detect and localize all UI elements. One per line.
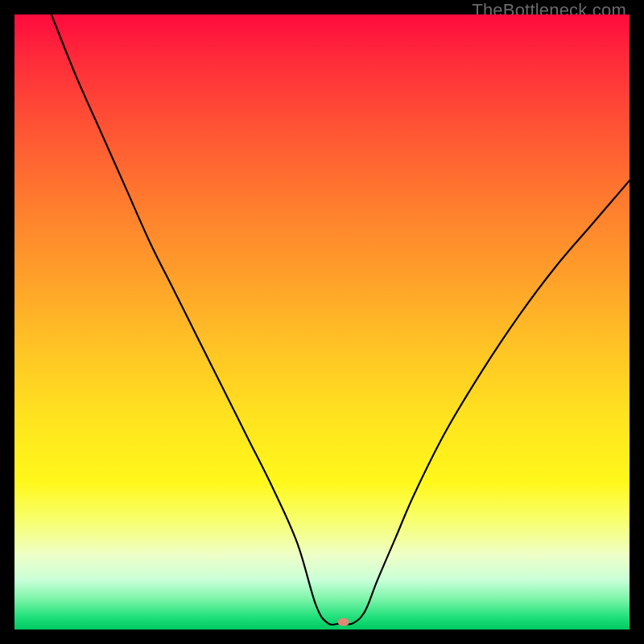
- plot-area: [14, 14, 630, 630]
- frame-border-bottom: [0, 630, 644, 644]
- curve-layer: [14, 14, 630, 630]
- chart-frame: TheBottleneck.com: [0, 0, 644, 644]
- minimum-marker: [338, 618, 349, 626]
- bottleneck-curve: [52, 14, 630, 625]
